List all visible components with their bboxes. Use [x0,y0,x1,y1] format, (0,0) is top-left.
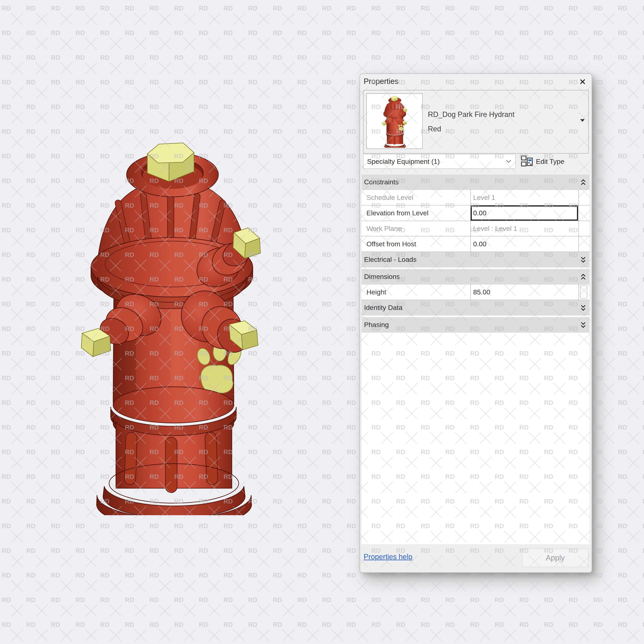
chevron-down-icon [506,160,512,163]
panel-title: Properties [364,77,398,86]
section-header-electrical-loads[interactable]: Electrical - Loads [362,252,589,267]
height-input[interactable]: 85.00 [470,285,578,300]
chevrons-up-icon [580,179,586,186]
row-gutter [578,221,589,236]
edit-type-icon [521,155,533,168]
row-gutter [578,236,589,252]
property-row-elevation-from-level: Elevation from Level 0.00 [362,205,589,221]
property-row-offset-from-host: Offset from Host 0.00 [362,236,589,252]
category-filter-select[interactable]: Specialty Equipment (1) [363,154,516,169]
chevrons-down-icon [580,322,586,328]
elevation-from-level-input[interactable]: 0.00 [470,205,578,221]
chevrons-down-icon [580,304,586,311]
chevrons-up-icon [580,273,586,280]
chevrons-down-icon [580,256,586,263]
section-label: Identity Data [364,300,403,315]
section-header-phasing[interactable]: Phasing [362,317,589,333]
property-label: Elevation from Level [366,205,428,220]
property-grid: Constraints Schedule Level Level 1 Eleva… [362,174,589,544]
drawing-canvas[interactable]: Properties RD_Dog Park Fire Hydrant Red … [0,0,644,644]
section-label: Constraints [364,174,399,190]
edit-type-button[interactable]: Edit Type [521,154,589,169]
row-gutter [578,190,589,205]
property-row-height: Height 85.00 [362,285,589,300]
dropdown-arrow-icon [579,118,585,123]
type-selector-dropdown[interactable]: RD_Dog Park Fire Hydrant Red [363,90,589,154]
property-value: Level 1 [473,190,495,205]
property-label: Height [366,285,386,299]
edit-type-label: Edit Type [536,158,564,165]
section-label: Electrical - Loads [364,252,417,267]
property-row-schedule-level: Schedule Level Level 1 [362,190,589,205]
property-value-cell: Level 1 [470,190,578,205]
row-gutter [578,205,589,221]
panel-footer: Properties help Apply [360,544,592,572]
properties-help-link[interactable]: Properties help [364,553,412,561]
close-icon [579,78,586,86]
property-value: 0.00 [473,236,486,251]
type-name-text: Red [428,122,575,136]
property-value: 85.00 [473,285,490,299]
section-label: Phasing [364,317,389,332]
type-name: RD_Dog Park Fire Hydrant Red [428,107,575,136]
apply-button[interactable]: Apply [522,549,588,567]
section-header-dimensions[interactable]: Dimensions [362,269,589,285]
properties-palette: Properties RD_Dog Park Fire Hydrant Red … [360,73,592,573]
family-name-text: RD_Dog Park Fire Hydrant [428,107,575,122]
property-label: Schedule Level [366,190,413,205]
property-row-work-plane: Work Plane Level : Level 1 [362,221,589,236]
section-header-identity-data[interactable]: Identity Data [362,300,589,316]
row-gutter [578,285,589,300]
section-header-constraints[interactable]: Constraints [362,174,589,190]
type-preview-thumbnail [366,93,423,149]
property-value-cell: Level : Level 1 [470,221,578,236]
property-label: Offset from Host [366,236,416,251]
offset-from-host-input[interactable]: 0.00 [470,236,578,252]
property-value: 0.00 [473,205,486,220]
section-gap [362,316,589,317]
close-button[interactable] [578,77,587,86]
hydrant-thumbnail-image [381,95,408,148]
property-value: Level : Level 1 [473,221,517,236]
associate-parameter-button[interactable] [580,285,587,299]
fire-hydrant-3d-model[interactable] [74,133,266,515]
section-gap [362,267,589,269]
category-filter-value: Specialty Equipment (1) [367,154,440,168]
property-label: Work Plane [366,221,402,236]
section-label: Dimensions [364,269,400,284]
